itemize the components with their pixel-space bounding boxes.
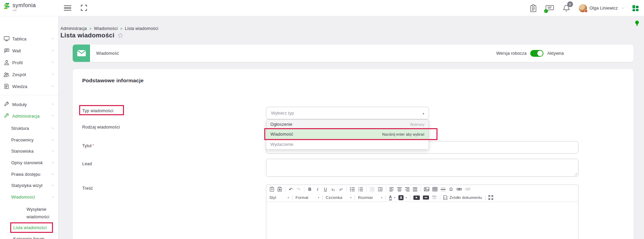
user-avatar <box>579 4 587 12</box>
special-character-icon[interactable]: Ω <box>449 186 453 193</box>
subscript-icon[interactable]: x₂ <box>331 186 336 193</box>
brand-logo[interactable]: symfonia HR <box>3 3 36 12</box>
chevron-down-icon[interactable]: › <box>621 7 625 9</box>
chevron-right-icon: › <box>52 102 54 106</box>
justify-icon[interactable] <box>413 186 417 193</box>
superscript-icon[interactable]: x² <box>339 186 343 193</box>
underline-icon[interactable]: U <box>323 186 328 193</box>
menu-hamburger-icon[interactable] <box>64 5 71 11</box>
favorite-star-icon[interactable] <box>118 33 123 38</box>
sidebar-item-kategorie-forum[interactable]: Kategorie forum <box>0 234 58 239</box>
profile-person-icon <box>3 60 10 65</box>
insert-table-icon[interactable] <box>432 186 437 193</box>
breadcrumb: Administracja > Wiadomości > Lista wiado… <box>60 26 158 31</box>
option-wiadomosc[interactable]: Wiadomość Naciśnij enter aby wybrać <box>266 130 429 139</box>
type-select[interactable]: Wybierz typ ▴ <box>266 107 429 119</box>
active-toggle[interactable] <box>530 50 543 57</box>
div-container-icon[interactable]: DIV</> <box>432 194 437 201</box>
user-name: Olga Liniewicz <box>590 6 618 11</box>
message-type-label: Wiadomość <box>96 45 119 62</box>
knowledge-document-icon <box>3 84 10 89</box>
background-color-picker[interactable]: A▾ <box>398 195 407 200</box>
align-center-icon[interactable] <box>397 186 402 193</box>
embed-video-icon[interactable] <box>413 194 420 201</box>
chevron-right-icon: › <box>52 36 54 41</box>
message-type-card: Wiadomość Wersja robocza Aktywna <box>73 45 633 62</box>
caret-down-icon: ▾ <box>381 196 382 199</box>
sidebar-item-administracja[interactable]: Administracja › <box>0 111 58 121</box>
bulleted-list-icon[interactable] <box>358 186 363 193</box>
option-hint: Wybrany <box>410 122 425 126</box>
breadcrumb-separator: > <box>89 27 92 31</box>
notification-count-badge: 9 <box>567 1 573 7</box>
text-color-picker[interactable]: A▾ <box>389 195 395 200</box>
team-people-icon <box>3 72 10 77</box>
numbered-list-icon[interactable] <box>350 186 355 193</box>
horizontal-line-icon[interactable] <box>441 186 446 193</box>
chevron-down-icon: › <box>51 115 55 116</box>
lightbulb-icon[interactable] <box>635 20 639 27</box>
breadcrumb-link-lista-wiadomosci[interactable]: Lista wiadomości <box>125 26 158 31</box>
size-dropdown[interactable]: Rozmiar▾ <box>358 195 382 200</box>
decrease-indent-icon <box>370 186 375 193</box>
breadcrumb-link-administracja[interactable]: Administracja <box>60 26 87 31</box>
sidebar-item-lista-wiadomosci[interactable]: Lista wiadomości <box>0 223 58 233</box>
media-widget-icon[interactable] <box>423 194 429 201</box>
align-left-icon[interactable] <box>389 186 394 193</box>
document-source-icon <box>443 195 447 200</box>
dashboard-icon <box>3 36 10 41</box>
sidebar-item-profil[interactable]: Profil › <box>0 57 58 68</box>
sidebar-item-zespol[interactable]: Zespół › <box>0 69 58 80</box>
chat-icon[interactable]: ✓ <box>545 5 554 12</box>
sidebar-item-struktura[interactable]: Struktura › <box>0 123 58 134</box>
chevron-right-icon: › <box>52 72 54 76</box>
sidebar-item-prawa-dostepu[interactable]: Prawa dostępu › <box>0 169 58 180</box>
align-right-icon[interactable] <box>405 186 410 193</box>
sidebar-item-stanowiska[interactable]: Stanowiska › <box>0 146 58 156</box>
undo-icon[interactable]: ↶ <box>288 186 293 193</box>
sidebar-item-wall[interactable]: Wall › <box>0 46 58 56</box>
breadcrumb-link-wiadomosci[interactable]: Wiadomości <box>94 26 118 31</box>
link-icon[interactable] <box>457 186 462 193</box>
lead-textarea[interactable] <box>266 159 578 177</box>
tasks-clipboard-icon[interactable] <box>530 4 537 12</box>
sidebar-item-moduly[interactable]: Moduły › <box>0 99 58 109</box>
sidebar-item-wiadomosci[interactable]: Wiadomości › <box>0 192 58 202</box>
option-ogloszenie[interactable]: Ogłoszenie Wybrany <box>266 120 429 130</box>
user-menu[interactable]: Olga Liniewicz <box>579 4 618 12</box>
sidebar-item-pracownicy[interactable]: Pracownicy › <box>0 135 58 145</box>
format-dropdown[interactable]: Format▾ <box>296 195 319 200</box>
chevron-right-icon: › <box>52 48 54 53</box>
italic-icon[interactable]: I <box>315 186 320 193</box>
chevron-right-icon: › <box>52 60 54 65</box>
sidebar-item-tablica[interactable]: Tablica › <box>0 34 58 44</box>
content-richtext-editor: ↶ ↷ B I U x₂ x² <box>266 185 578 239</box>
font-dropdown[interactable]: Czcionka▾ <box>326 195 352 200</box>
notifications-bell-icon[interactable]: 9 <box>563 4 570 12</box>
option-wydarzenie[interactable]: Wydarzenie <box>266 139 429 149</box>
sidebar-item-opisy-stanowisk[interactable]: Opisy stanowisk › <box>0 158 58 168</box>
insert-image-icon[interactable] <box>424 186 429 193</box>
app-switcher-grid-icon[interactable] <box>632 5 639 11</box>
sidebar-item-wysylanie-wiadomosci[interactable]: Wysyłanie wiadomości <box>0 204 58 219</box>
active-label: Aktywna <box>547 51 564 56</box>
wrench-icon <box>3 113 10 119</box>
document-source-button[interactable]: Źródło dokumentu <box>443 195 482 200</box>
style-dropdown[interactable]: Styl▾ <box>269 195 289 200</box>
breadcrumb-separator: > <box>120 27 123 31</box>
bold-icon[interactable]: B <box>307 186 312 193</box>
text-color-icon: A <box>389 195 392 200</box>
envelope-icon <box>77 50 86 56</box>
chevron-right-icon: › <box>52 172 54 176</box>
page-title-row: Lista wiadomości <box>60 32 123 39</box>
increase-indent-icon[interactable] <box>378 186 383 193</box>
sidebar-item-statystyka-wizyt[interactable]: Statystyka wizyt › <box>0 181 58 191</box>
paste-as-text-icon[interactable] <box>269 186 274 193</box>
paste-from-word-icon[interactable] <box>277 186 282 193</box>
sidebar-item-wiedza[interactable]: Wiedza › <box>0 81 58 91</box>
chevron-down-icon: › <box>51 196 55 198</box>
fullscreen-icon[interactable] <box>81 5 87 11</box>
editor-content-area[interactable] <box>266 202 578 239</box>
maximize-icon[interactable] <box>488 194 493 201</box>
check-badge-icon: ✓ <box>544 9 548 13</box>
